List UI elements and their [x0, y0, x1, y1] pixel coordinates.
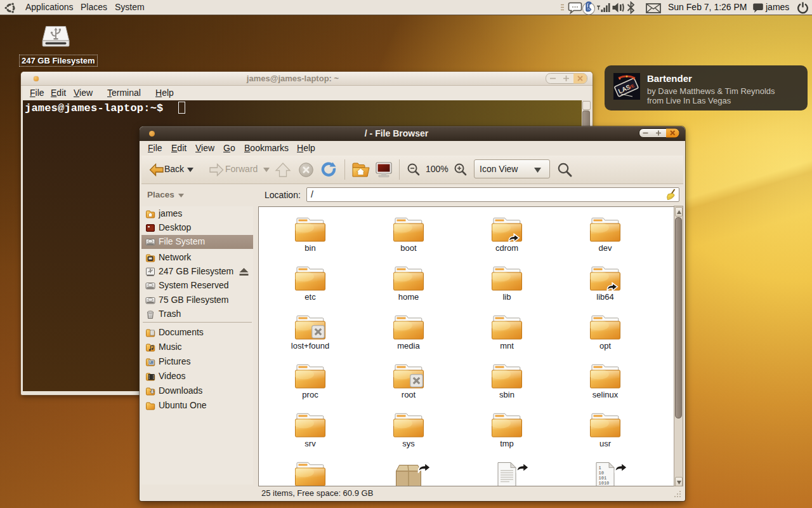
svg-text:101: 101 — [599, 476, 607, 481]
svg-text:10: 10 — [599, 471, 604, 476]
svg-text:1010: 1010 — [599, 481, 610, 486]
svg-text:1: 1 — [599, 465, 601, 471]
